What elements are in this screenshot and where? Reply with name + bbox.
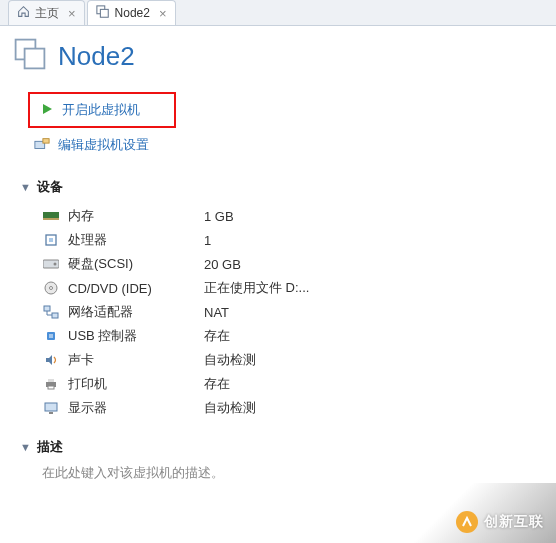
svg-rect-9 [49,238,53,242]
svg-rect-3 [25,49,45,69]
settings-icon [34,137,50,154]
device-label: 处理器 [68,231,196,249]
device-disk[interactable]: 硬盘(SCSI) 20 GB [42,252,556,276]
cpu-icon [42,232,60,248]
tab-label: Node2 [115,6,150,20]
device-usb[interactable]: USB 控制器 存在 [42,324,556,348]
device-value: 自动检测 [204,351,256,369]
svg-rect-16 [47,332,55,340]
svg-rect-14 [44,306,50,311]
device-network[interactable]: 网络适配器 NAT [42,300,556,324]
disk-icon [42,256,60,272]
svg-rect-20 [45,403,57,411]
close-icon[interactable]: × [68,6,76,21]
device-cpu[interactable]: 处理器 1 [42,228,556,252]
device-memory[interactable]: 内存 1 GB [42,204,556,228]
svg-point-13 [50,287,53,290]
svg-rect-6 [43,212,59,218]
chevron-down-icon: ▼ [20,441,31,453]
device-value: 存在 [204,327,230,345]
description-placeholder[interactable]: 在此处键入对该虚拟机的描述。 [42,464,556,482]
section-title: 描述 [37,438,63,456]
device-value: 20 GB [204,257,241,272]
device-display[interactable]: 显示器 自动检测 [42,396,556,420]
display-icon [42,400,60,416]
svg-rect-1 [100,9,108,17]
vm-title-row: Node2 [0,26,556,90]
chevron-down-icon: ▼ [20,181,31,193]
watermark: 创新互联 [456,511,544,533]
device-value: 1 [204,233,211,248]
svg-point-11 [54,263,57,266]
device-cd[interactable]: CD/DVD (IDE) 正在使用文件 D:... [42,276,556,300]
svg-rect-10 [43,260,59,268]
network-icon [42,304,60,320]
device-label: 网络适配器 [68,303,196,321]
action-label: 开启此虚拟机 [62,101,140,119]
cd-icon [42,280,60,296]
svg-rect-5 [43,138,49,142]
svg-rect-21 [49,412,53,414]
section-title: 设备 [37,178,63,196]
edit-settings-button[interactable]: 编辑虚拟机设置 [28,132,556,158]
device-label: CD/DVD (IDE) [68,281,196,296]
device-value: NAT [204,305,229,320]
svg-rect-7 [43,218,59,220]
description-header[interactable]: ▼ 描述 [20,434,556,464]
tab-label: 主页 [35,5,59,22]
device-printer[interactable]: 打印机 存在 [42,372,556,396]
device-value: 1 GB [204,209,234,224]
device-sound[interactable]: 声卡 自动检测 [42,348,556,372]
device-label: 声卡 [68,351,196,369]
devices-header[interactable]: ▼ 设备 [20,174,556,204]
svg-rect-15 [52,313,58,318]
home-icon [17,5,30,21]
device-list: 内存 1 GB 处理器 1 硬盘(SCSI) 20 GB CD/DVD (IDE… [42,204,556,420]
tab-home[interactable]: 主页 × [8,0,85,25]
page-title: Node2 [58,41,135,72]
devices-section: ▼ 设备 内存 1 GB 处理器 1 硬盘(SCSI) 20 GB CD/DVD… [0,174,556,434]
printer-icon [42,376,60,392]
device-label: USB 控制器 [68,327,196,345]
memory-icon [42,208,60,224]
highlight-box: 开启此虚拟机 [28,92,176,128]
device-label: 硬盘(SCSI) [68,255,196,273]
device-label: 内存 [68,207,196,225]
device-label: 打印机 [68,375,196,393]
device-label: 显示器 [68,399,196,417]
vm-actions: 开启此虚拟机 编辑虚拟机设置 [0,90,556,174]
svg-rect-19 [48,386,54,389]
vm-group-icon [96,5,110,22]
tab-bar: 主页 × Node2 × [0,0,556,26]
device-value: 存在 [204,375,230,393]
play-icon [40,102,54,119]
close-icon[interactable]: × [159,6,167,21]
sound-icon [42,352,60,368]
device-value: 正在使用文件 D:... [204,279,309,297]
action-label: 编辑虚拟机设置 [58,136,149,154]
svg-rect-18 [48,379,54,382]
power-on-button[interactable]: 开启此虚拟机 [34,97,146,123]
watermark-logo-icon [456,511,478,533]
usb-icon [42,328,60,344]
tab-node2[interactable]: Node2 × [87,0,176,25]
vm-group-icon [12,36,48,76]
device-value: 自动检测 [204,399,256,417]
watermark-text: 创新互联 [484,513,544,531]
